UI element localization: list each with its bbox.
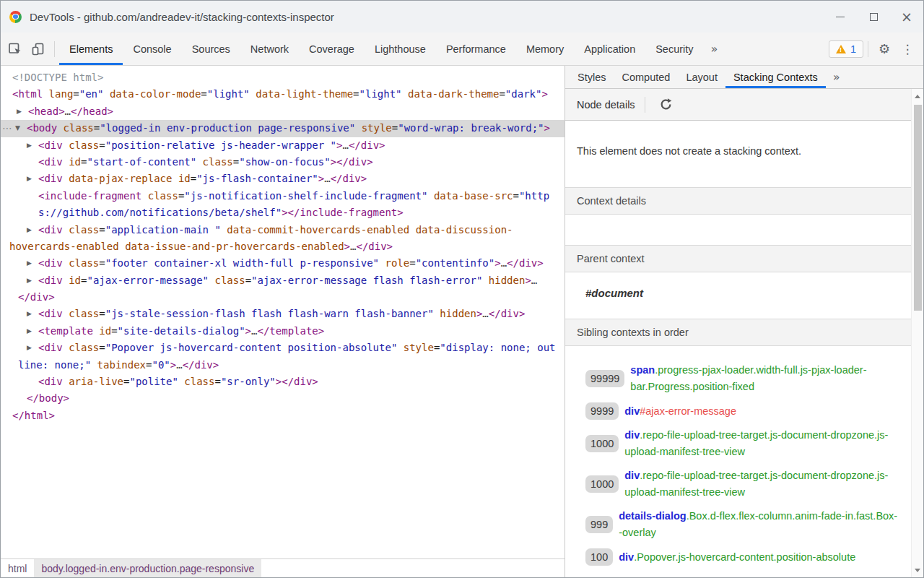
elements-panel: <!DOCTYPE html><html lang="en" data-colo… — [1, 66, 565, 577]
tab-console[interactable]: Console — [123, 33, 181, 65]
minimize-icon — [836, 17, 845, 17]
node-details-label: Node details — [577, 99, 635, 111]
tab-memory[interactable]: Memory — [516, 33, 574, 65]
z-index-badge: 99999 — [585, 370, 624, 387]
maximize-button[interactable] — [857, 1, 890, 33]
dom-tree-line[interactable]: </div> — [1, 289, 565, 306]
dom-tree-line[interactable]: ▶<template id="site-details-dialog">…</t… — [1, 323, 565, 340]
dom-tree-line[interactable]: ⋯▼<body class="logged-in env-production … — [1, 120, 565, 137]
stacking-context-item[interactable]: 999details-dialog.Box.d-flex.flex-column… — [585, 508, 901, 541]
inspect-cursor-icon — [8, 42, 22, 56]
device-toolbar-button[interactable] — [27, 35, 50, 64]
minimize-button[interactable] — [824, 1, 857, 33]
kebab-menu-icon: ⋮ — [902, 42, 914, 56]
warning-icon — [836, 45, 846, 53]
tab-coverage[interactable]: Coverage — [299, 33, 365, 65]
overflow-dots-icon[interactable]: ⋯ — [2, 120, 12, 137]
stacking-context-item[interactable]: 100div.Popover.js-hovercard-content.posi… — [585, 548, 901, 566]
expand-arrow-icon[interactable]: ▶ — [27, 323, 32, 340]
issues-badge[interactable]: 1 — [829, 40, 863, 58]
expand-arrow-icon[interactable]: ▶ — [27, 340, 32, 356]
parent-context-content: #document — [565, 272, 911, 319]
dom-tree-line[interactable]: ▶<div class="position-relative js-header… — [1, 137, 565, 154]
stacking-context-item[interactable]: 1000div.repo-file-upload-tree-target.js-… — [585, 427, 901, 460]
sidebar-more-tabs-button[interactable]: » — [826, 70, 847, 84]
devtools-window: DevTools - github.com/andreadev-it/stack… — [0, 0, 924, 578]
inspect-element-button[interactable] — [4, 35, 27, 64]
tab-performance[interactable]: Performance — [436, 33, 516, 65]
dom-tree-line[interactable]: </body> — [1, 390, 565, 407]
tab-network[interactable]: Network — [240, 33, 299, 65]
dom-tree-line[interactable]: <html lang="en" data-color-mode="light" … — [1, 86, 565, 103]
menu-button[interactable]: ⋮ — [896, 35, 919, 64]
dom-tree-line[interactable]: ▶<div class="js-stale-session-flash flas… — [1, 306, 565, 322]
tab-security[interactable]: Security — [645, 33, 703, 65]
maximize-icon — [870, 13, 878, 21]
dom-tree-line[interactable]: ▶<head>…</head> — [1, 103, 565, 120]
scroll-down-arrow[interactable] — [912, 564, 923, 576]
sidebar-tabs-row: StylesComputedLayoutStacking Contexts » — [565, 66, 923, 89]
issues-count: 1 — [850, 43, 856, 55]
expand-arrow-icon[interactable]: ▶ — [27, 137, 32, 154]
context-details-content — [565, 215, 911, 245]
tab-lighthouse[interactable]: Lighthouse — [365, 33, 436, 65]
chrome-logo-icon — [9, 11, 22, 23]
expand-arrow-icon[interactable]: ▶ — [27, 222, 32, 238]
main-more-tabs-button[interactable]: » — [704, 42, 725, 56]
expand-arrow-icon[interactable]: ▶ — [27, 171, 32, 187]
stacking-context-item[interactable]: 99999span.progress-pjax-loader.width-ful… — [585, 362, 901, 395]
dom-tree-line[interactable]: <div aria-live="polite" class="sr-only">… — [1, 374, 565, 390]
dom-tree-line[interactable]: </html> — [1, 407, 565, 424]
breadcrumb: htmlbody.logged-in.env-production.page-r… — [1, 558, 565, 577]
refresh-button[interactable] — [655, 90, 678, 119]
tab-layout[interactable]: Layout — [678, 66, 725, 88]
dom-tree-line[interactable]: ▶<div data-pjax-replace id="js-flash-con… — [1, 171, 565, 187]
parent-context-value[interactable]: #document — [585, 287, 643, 299]
dom-tree-line[interactable]: ▶<div class="Popover js-hovercard-conten… — [1, 340, 565, 356]
toolbar-separator — [645, 97, 645, 113]
dom-tree: <!DOCTYPE html><html lang="en" data-colo… — [1, 66, 565, 558]
dom-tree-line[interactable]: <!DOCTYPE html> — [1, 69, 565, 86]
stacking-context-item[interactable]: 9999div#ajax-error-message — [585, 402, 901, 420]
stacking-context-selector: div.repo-file-upload-tree-target.js-docu… — [624, 467, 901, 501]
dom-tree-line[interactable]: <div id="start-of-content" class="show-o… — [1, 154, 565, 171]
dom-tree-line[interactable]: ▶<div class="footer container-xl width-f… — [1, 255, 565, 272]
sidebar-body: Node details This element does not creat… — [565, 89, 923, 577]
elements-sidebar: StylesComputedLayoutStacking Contexts » … — [565, 66, 923, 577]
breadcrumb-item[interactable]: body.logged-in.env-production.page-respo… — [34, 559, 261, 577]
breadcrumb-item[interactable]: html — [1, 559, 34, 577]
sidebar-scrollbar[interactable] — [911, 89, 923, 577]
tab-stacking-contexts[interactable]: Stacking Contexts — [725, 66, 826, 88]
refresh-icon — [659, 98, 673, 111]
expand-arrow-icon[interactable]: ▶ — [27, 306, 32, 322]
tab-elements[interactable]: Elements — [59, 33, 123, 65]
expand-arrow-icon[interactable]: ▶ — [17, 103, 22, 120]
toolbar-separator — [54, 41, 55, 57]
scrollbar-thumb[interactable] — [914, 105, 922, 311]
dom-tree-line[interactable]: ▶<div id="ajax-error-message" class="aja… — [1, 272, 565, 289]
stacking-context-selector: div.repo-file-upload-tree-target.js-docu… — [624, 427, 901, 460]
settings-button[interactable]: ⚙ — [873, 35, 896, 64]
main-area: <!DOCTYPE html><html lang="en" data-colo… — [1, 66, 923, 577]
scroll-up-arrow[interactable] — [912, 90, 923, 102]
tab-application[interactable]: Application — [574, 33, 645, 65]
z-index-badge: 1000 — [585, 475, 619, 493]
node-message: This element does not create a stacking … — [565, 121, 911, 187]
stacking-context-selector: span.progress-pjax-loader.width-full.js-… — [630, 362, 901, 395]
tab-styles[interactable]: Styles — [570, 66, 614, 88]
window-controls: × — [824, 1, 923, 33]
dom-tree-line[interactable]: <include-fragment class="js-notification… — [1, 188, 565, 204]
expand-arrow-icon[interactable]: ▶ — [27, 255, 32, 272]
dom-tree-line[interactable]: s://github.com/notifications/beta/shelf"… — [1, 204, 565, 221]
toolbar-separator — [868, 41, 868, 57]
dom-tree-line[interactable]: ▶<div class="application-main " data-com… — [1, 222, 565, 238]
stacking-context-item[interactable]: 1000div.repo-file-upload-tree-target.js-… — [585, 467, 901, 501]
close-button[interactable]: × — [890, 1, 923, 33]
tab-sources[interactable]: Sources — [182, 33, 240, 65]
expand-arrow-icon[interactable]: ▶ — [27, 272, 32, 289]
collapse-arrow-icon[interactable]: ▼ — [15, 120, 20, 137]
dom-tree-line[interactable]: line: none;" tabindex="0">…</div> — [1, 357, 565, 374]
dom-tree-line[interactable]: hovercards-enabled data-issue-and-pr-hov… — [1, 238, 565, 255]
tab-computed[interactable]: Computed — [614, 66, 679, 88]
device-toolbar-icon — [31, 42, 45, 56]
